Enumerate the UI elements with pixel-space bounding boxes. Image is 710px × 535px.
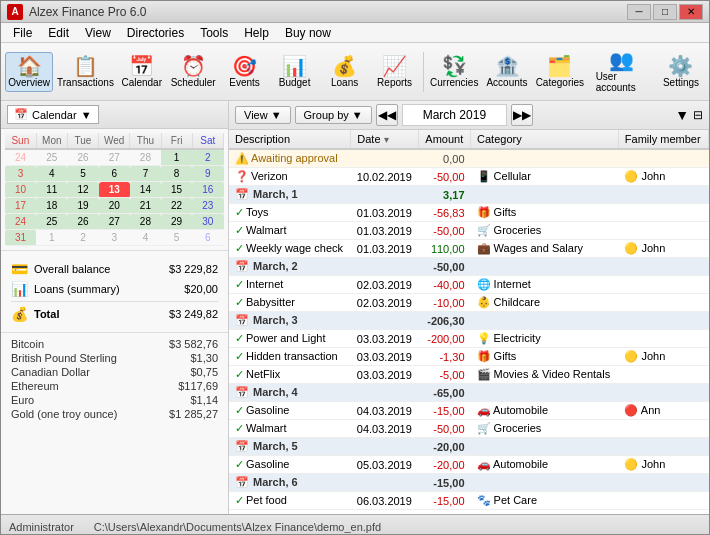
col-category[interactable]: Category (471, 130, 619, 149)
cal-day[interactable]: 18 (36, 198, 67, 214)
cal-day[interactable]: 5 (161, 230, 192, 246)
cal-day[interactable]: 24 (5, 214, 36, 230)
cal-day[interactable]: 26 (67, 149, 98, 166)
cal-day[interactable]: 13 (99, 182, 130, 198)
cal-day[interactable]: 28 (130, 149, 161, 166)
cal-day[interactable]: 25 (36, 214, 67, 230)
menu-buy-now[interactable]: Buy now (277, 24, 339, 42)
cal-day[interactable]: 16 (192, 182, 223, 198)
maximize-button[interactable]: □ (653, 4, 677, 20)
menu-edit[interactable]: Edit (40, 24, 77, 42)
cal-day[interactable]: 26 (67, 214, 98, 230)
menu-file[interactable]: File (5, 24, 40, 42)
group-by-button[interactable]: Group by ▼ (295, 106, 372, 124)
overall-balance-row: 💳 Overall balance $3 229,82 (11, 259, 218, 279)
table-row[interactable]: ✓Internet 02.03.2019 -40,00 🌐 Internet (229, 276, 709, 294)
cal-day[interactable]: 3 (5, 166, 36, 182)
col-family-member[interactable]: Family member (618, 130, 708, 149)
cal-day[interactable]: 6 (99, 166, 130, 182)
cal-day-header-fri: Fri (161, 133, 192, 149)
table-row[interactable]: ✓Gasoline 05.03.2019 -20,00 🚗 Automobile… (229, 456, 709, 474)
table-row[interactable]: ✓Walmart 01.03.2019 -50,00 🛒 Groceries (229, 222, 709, 240)
table-row[interactable]: 📅March, 4 -65,00 (229, 384, 709, 402)
cal-day[interactable]: 4 (130, 230, 161, 246)
balance-icon: 💳 (11, 261, 28, 277)
table-row[interactable]: ✓Hidden transaction 03.03.2019 -1,30 🎁 G… (229, 348, 709, 366)
cal-day[interactable]: 6 (192, 230, 223, 246)
cal-day[interactable]: 7 (130, 166, 161, 182)
col-description[interactable]: Description (229, 130, 351, 149)
table-row[interactable]: ❓Verizon 10.02.2019 -50,00 📱 Cellular 🟡 … (229, 168, 709, 186)
cal-day[interactable]: 15 (161, 182, 192, 198)
table-row[interactable]: ✓Babysitter 02.03.2019 -10,00 👶 Childcar… (229, 294, 709, 312)
toolbar-budget-button[interactable]: 📊Budget (271, 52, 319, 92)
menu-view[interactable]: View (77, 24, 119, 42)
view-button[interactable]: View ▼ (235, 106, 291, 124)
minimize-button[interactable]: ─ (627, 4, 651, 20)
menu-help[interactable]: Help (236, 24, 277, 42)
toolbar-settings-button[interactable]: ⚙️Settings (657, 52, 705, 92)
cal-day[interactable]: 1 (36, 230, 67, 246)
cal-day[interactable]: 30 (192, 214, 223, 230)
cal-day[interactable]: 3 (99, 230, 130, 246)
cal-day[interactable]: 11 (36, 182, 67, 198)
toolbar-scheduler-button[interactable]: ⏰Scheduler (168, 52, 219, 92)
menu-tools[interactable]: Tools (192, 24, 236, 42)
cal-day[interactable]: 8 (161, 166, 192, 182)
cal-day[interactable]: 23 (192, 198, 223, 214)
table-row[interactable]: ✓NetFlix 03.03.2019 -5,00 🎬 Movies & Vid… (229, 366, 709, 384)
cal-day[interactable]: 27 (99, 149, 130, 166)
cal-day[interactable]: 9 (192, 166, 223, 182)
cal-day[interactable]: 2 (192, 149, 223, 166)
table-row[interactable]: ✓Power and Light 03.03.2019 -200,00 💡 El… (229, 330, 709, 348)
table-row[interactable]: 📅March, 6 -15,00 (229, 474, 709, 492)
cal-day[interactable]: 20 (99, 198, 130, 214)
col-date[interactable]: Date ▾ (351, 130, 419, 149)
toolbar-reports-button[interactable]: 📈Reports (371, 52, 419, 92)
table-row[interactable]: ✓Walmart 04.03.2019 -50,00 🛒 Groceries (229, 420, 709, 438)
calendar-dropdown[interactable]: 📅 Calendar ▼ (7, 105, 99, 124)
table-row[interactable]: 📅March, 1 3,17 (229, 186, 709, 204)
toolbar-categories-button[interactable]: 🗂️Categories (533, 52, 587, 92)
table-row[interactable]: 📅March, 3 -206,30 (229, 312, 709, 330)
col-amount[interactable]: Amount (419, 130, 471, 149)
cal-day[interactable]: 21 (130, 198, 161, 214)
table-row[interactable]: 📅March, 2 -50,00 (229, 258, 709, 276)
toolbar-calendar-button[interactable]: 📅Calendar (118, 52, 166, 92)
cal-day[interactable]: 27 (99, 214, 130, 230)
toolbar-loans-button[interactable]: 💰Loans (321, 52, 369, 92)
menu-directories[interactable]: Directories (119, 24, 192, 42)
table-row[interactable]: 📅March, 5 -20,00 (229, 438, 709, 456)
cal-day[interactable]: 31 (5, 230, 36, 246)
cal-day[interactable]: 17 (5, 198, 36, 214)
toolbar-events-button[interactable]: 🎯Events (221, 52, 269, 92)
cal-day[interactable]: 12 (67, 182, 98, 198)
cal-day[interactable]: 19 (67, 198, 98, 214)
toolbar-transactions-button[interactable]: 📋Transactions (55, 52, 116, 92)
cal-day[interactable]: 28 (130, 214, 161, 230)
toolbar-overview-button[interactable]: 🏠Overview (5, 52, 53, 92)
prev-month-button[interactable]: ◀◀ (376, 104, 398, 126)
close-button[interactable]: ✕ (679, 4, 703, 20)
cal-day[interactable]: 10 (5, 182, 36, 198)
cal-day[interactable]: 24 (5, 149, 36, 166)
cal-day[interactable]: 4 (36, 166, 67, 182)
cal-day[interactable]: 2 (67, 230, 98, 246)
toolbar-accounts-button[interactable]: 🏦Accounts (483, 52, 531, 92)
cal-day[interactable]: 5 (67, 166, 98, 182)
cal-day[interactable]: 25 (36, 149, 67, 166)
cal-day[interactable]: 14 (130, 182, 161, 198)
table-row[interactable]: ✓Pet food 06.03.2019 -15,00 🐾 Pet Care (229, 492, 709, 510)
table-row[interactable]: ✓Toys 01.03.2019 -56,83 🎁 Gifts (229, 204, 709, 222)
cal-day[interactable]: 22 (161, 198, 192, 214)
next-month-button[interactable]: ▶▶ (511, 104, 533, 126)
toolbar-currencies-button[interactable]: 💱Currencies (427, 52, 481, 92)
cal-day[interactable]: 1 (161, 149, 192, 166)
cal-day[interactable]: 29 (161, 214, 192, 230)
panel-icon[interactable]: ⊟ (693, 108, 703, 122)
table-row[interactable]: ✓Gasoline 04.03.2019 -15,00 🚗 Automobile… (229, 402, 709, 420)
toolbar-user-accounts-button[interactable]: 👥User accounts (589, 46, 655, 97)
filter-icon[interactable]: ▼ (675, 107, 689, 123)
table-row[interactable]: ⚠️Awaiting approval 0,00 (229, 149, 709, 168)
table-row[interactable]: ✓Weekly wage check 01.03.2019 110,00 💼 W… (229, 240, 709, 258)
